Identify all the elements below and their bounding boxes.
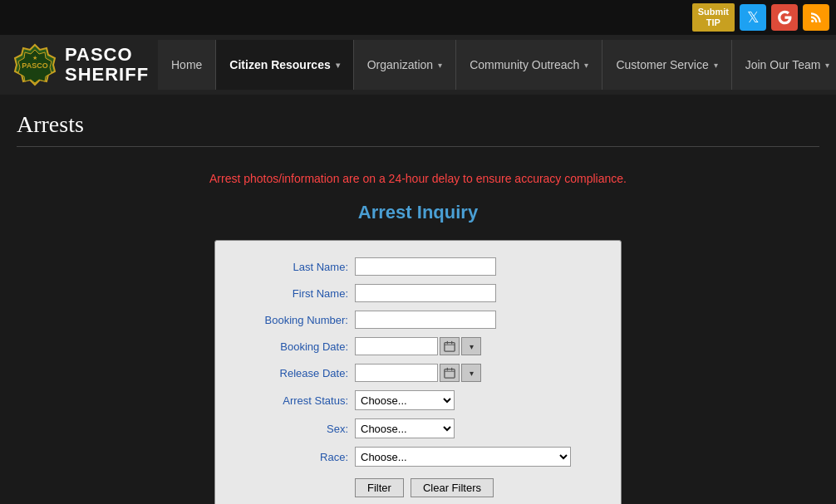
svg-rect-5 [445, 343, 455, 352]
arrest-status-label: Arrest Status: [232, 394, 348, 407]
release-date-row: Release Date: ▾ [232, 364, 604, 382]
nav-item-citizen-resources[interactable]: Citizen Resources ▾ [216, 40, 353, 90]
chevron-down-icon: ▾ [825, 61, 829, 70]
title-divider [17, 146, 819, 147]
release-date-calendar-button[interactable] [440, 364, 460, 382]
nav-item-join-our-team[interactable]: Join Our Team ▾ [732, 40, 836, 90]
page-title: Arrests [17, 111, 819, 138]
last-name-label: Last Name: [232, 261, 348, 273]
booking-date-calendar-button[interactable] [440, 337, 460, 355]
filter-button[interactable]: Filter [355, 478, 404, 497]
booking-date-row: Booking Date: ▾ [232, 337, 604, 355]
page-title-area: Arrests [0, 95, 836, 155]
clear-filters-button[interactable]: Clear Filters [411, 478, 494, 497]
nav-item-organization[interactable]: Organization ▾ [354, 40, 456, 90]
nav-item-customer-service[interactable]: Customer Service ▾ [602, 40, 731, 90]
site-header: PASCO ★ PASCO SHERIFF Home Citizen Resou… [0, 35, 836, 95]
sex-label: Sex: [232, 423, 348, 435]
svg-rect-9 [445, 369, 455, 379]
sex-row: Sex: Choose... [232, 418, 604, 438]
first-name-row: First Name: [232, 284, 604, 302]
submit-tip-button[interactable]: Submit TIP [692, 3, 735, 32]
logo-area[interactable]: PASCO ★ PASCO SHERIFF [0, 35, 158, 95]
booking-number-row: Booking Number: [232, 311, 604, 329]
race-row: Race: Choose... [232, 447, 604, 467]
sheriff-badge-icon: PASCO ★ [13, 43, 57, 86]
top-bar: Submit TIP 𝕏 [0, 0, 836, 35]
main-content: Arrest photos/information are on a 24-ho… [0, 155, 836, 504]
booking-number-label: Booking Number: [232, 314, 348, 326]
twitter-icon[interactable]: 𝕏 [740, 4, 766, 31]
chevron-down-icon: ▾ [584, 61, 588, 70]
first-name-label: First Name: [232, 287, 348, 300]
arrest-status-row: Arrest Status: Choose... [232, 390, 604, 410]
main-nav: Home Citizen Resources ▾ Organization ▾ … [158, 40, 836, 90]
race-label: Race: [232, 451, 348, 463]
inquiry-title: Arrest Inquiry [17, 202, 819, 223]
google-plus-icon[interactable] [771, 4, 798, 31]
booking-date-wrap: ▾ [355, 337, 481, 355]
nav-item-home[interactable]: Home [158, 40, 216, 90]
svg-text:★: ★ [32, 55, 37, 61]
chevron-down-icon: ▾ [714, 61, 718, 70]
chevron-down-icon: ▾ [336, 61, 340, 70]
nav-item-community-outreach[interactable]: Community Outreach ▾ [456, 40, 602, 90]
chevron-down-icon: ▾ [438, 61, 442, 70]
booking-date-dropdown-button[interactable]: ▾ [461, 337, 481, 355]
race-select[interactable]: Choose... [355, 447, 571, 467]
svg-point-0 [811, 20, 814, 22]
first-name-input[interactable] [355, 284, 496, 302]
booking-date-label: Booking Date: [232, 340, 348, 353]
rss-icon[interactable] [803, 4, 829, 31]
last-name-input[interactable] [355, 257, 496, 276]
svg-text:PASCO: PASCO [22, 61, 47, 70]
last-name-row: Last Name: [232, 257, 604, 276]
release-date-input[interactable] [355, 364, 438, 382]
sex-select[interactable]: Choose... [355, 418, 455, 438]
arrest-inquiry-form: Last Name: First Name: Booking Number: B… [214, 240, 622, 504]
arrest-status-select[interactable]: Choose... [355, 390, 455, 410]
form-buttons: Filter Clear Filters [232, 478, 604, 497]
release-date-dropdown-button[interactable]: ▾ [461, 364, 481, 382]
booking-date-input[interactable] [355, 337, 438, 355]
site-logo-text: PASCO SHERIFF [65, 45, 149, 85]
release-date-wrap: ▾ [355, 364, 481, 382]
release-date-label: Release Date: [232, 367, 348, 379]
notice-text: Arrest photos/information are on a 24-ho… [17, 172, 819, 185]
booking-number-input[interactable] [355, 311, 496, 329]
